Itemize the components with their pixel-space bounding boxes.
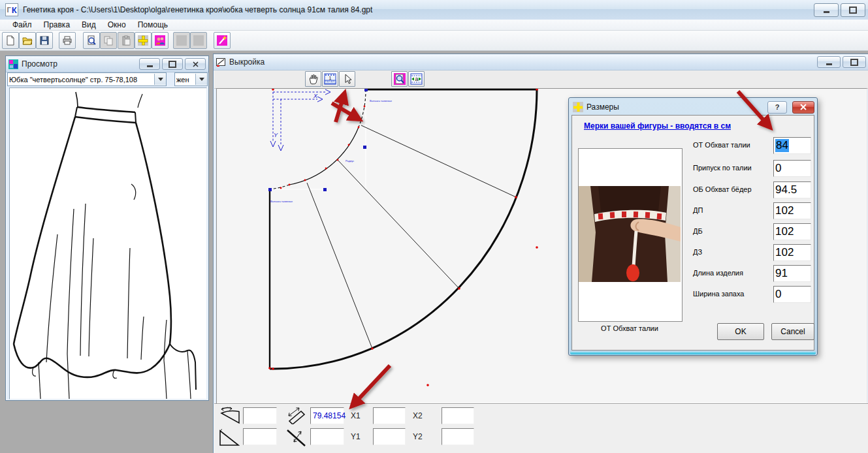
y2-field[interactable] [442,428,474,445]
ok-button[interactable]: OK [717,323,764,340]
angle-icon [285,428,309,447]
copy-button[interactable] [100,32,117,49]
pattern-restore-button[interactable] [843,56,866,68]
minimize-button[interactable] [814,3,839,17]
minimize-icon [147,65,153,67]
sizes-dialog-body: Мерки вашей фигуры - вводятся в см ОТ Об… [571,115,814,351]
menu-view[interactable]: Вид [76,20,102,29]
dialog-help-button[interactable]: ? [767,101,787,114]
preview-close-button[interactable] [185,58,206,70]
pattern-minimize-button[interactable] [817,56,841,68]
triangle-field[interactable] [243,428,277,445]
preview-window-icon [8,59,18,69]
y2-label: Y2 [413,432,423,441]
length-field[interactable]: 79.48154 [310,407,344,424]
preview-window: Просмотр Юбка "четвертьсолнце" стр. 75-7… [5,55,209,401]
maximize-icon [849,7,857,14]
pan-tool-button[interactable] [305,71,321,87]
ob-hips-field[interactable]: 94.5 [773,181,811,198]
blank-button-2[interactable] [190,32,207,49]
x1-field[interactable] [373,407,406,424]
area-field[interactable] [243,407,277,424]
pattern-title-bar: Выкройка [214,54,868,70]
radius-label: Радиус [346,159,354,163]
axis-y-label: Y [274,132,278,138]
clients-button[interactable] [152,32,169,49]
ruler-icon: 1 [324,73,336,85]
measurements-link[interactable]: Мерки вашей фигуры - вводятся в см [584,121,731,131]
dialog-glow [570,352,816,354]
dp-field[interactable]: 102 [773,202,811,219]
gender-combobox-dropdown[interactable] [195,74,207,85]
field-label-ot: ОТ Обхват талии [693,141,750,149]
menu-edit[interactable]: Правка [38,20,76,29]
gender-combobox[interactable]: жен [174,72,208,86]
close-icon [800,104,807,110]
preview-title-bar: Просмотр [6,56,208,72]
app-icon: ГК [5,3,18,16]
length-field[interactable]: 91 [773,265,811,282]
print-preview-button[interactable] [83,32,100,49]
text-size-button[interactable]: a [408,71,425,87]
dialog-close-button[interactable] [792,101,814,114]
preview-title: Просмотр [22,59,57,69]
pripusk-field[interactable]: 0 [773,160,811,177]
sizes-dialog-title-bar: Размеры ? [569,98,817,115]
close-icon [193,61,199,67]
waist-dart-left-label: Вытачка талиевая [270,200,293,203]
cursor-arrow-icon [342,73,353,85]
triangle-icon [218,428,242,447]
x1-label: X1 [351,411,361,420]
gender-combobox-value: жен [175,76,195,84]
ot-waist-field[interactable]: 84 [773,137,811,154]
blank-button-1[interactable] [173,32,190,49]
paste-button[interactable] [118,32,135,49]
wrap-width-field[interactable]: 0 [773,286,811,303]
open-button[interactable] [19,32,36,49]
length-ruler-icon [286,406,308,424]
field-label-db: ДБ [693,227,703,235]
field-label-wrap: Ширина запаха [693,290,744,298]
field-label-length: Длина изделия [693,269,743,277]
menu-window[interactable]: Окно [102,20,132,29]
preview-restore-button[interactable] [162,58,183,70]
new-document-button[interactable] [2,32,19,49]
save-floppy-icon [39,35,50,46]
magic-wand-button[interactable] [214,32,231,49]
zoom-view-button[interactable] [391,71,408,87]
skirt-drawing [10,88,206,399]
svg-text:1: 1 [329,76,332,80]
new-document-icon [5,35,16,46]
angle-field[interactable] [310,428,344,445]
dz-field[interactable]: 102 [773,244,811,261]
pattern-title: Выкройка [229,57,265,67]
axis-x-label: X [313,93,318,99]
sizes-dialog-icon [573,102,583,112]
db-field[interactable]: 102 [773,223,811,240]
hand-icon [308,73,319,85]
y1-field[interactable] [373,428,406,445]
copy-icon [103,35,114,46]
style-combobox-dropdown[interactable] [154,74,166,85]
menu-bar: Файл Правка Вид Окно Помощь [0,20,868,31]
x2-field[interactable] [442,407,474,424]
preview-minimize-button[interactable] [139,58,160,70]
print-button[interactable] [59,32,76,49]
menu-help[interactable]: Помощь [132,20,174,29]
add-measure-button[interactable] [135,32,152,49]
minimize-icon [826,63,832,65]
restore-icon [169,61,176,68]
select-tool-button[interactable] [339,71,355,87]
x2-label: X2 [413,411,423,420]
maximize-button[interactable] [841,3,865,17]
cancel-button[interactable]: Cancel [771,323,814,340]
window-title: Генетика кроя - C:\Users\1\Desktop\olga\… [23,5,372,14]
style-combobox[interactable]: Юбка "четвертьсолнце" стр. 75-78,108 [7,72,167,86]
measure-tool-button[interactable]: 1 [322,71,338,87]
save-button[interactable] [36,32,53,49]
pattern-toolstrip: 1 a [214,70,868,89]
blank-icon [176,35,187,46]
menu-file[interactable]: Файл [7,20,38,29]
svg-text:a: a [415,76,419,82]
main-title-bar: ГК Генетика кроя - C:\Users\1\Desktop\ol… [0,0,868,20]
